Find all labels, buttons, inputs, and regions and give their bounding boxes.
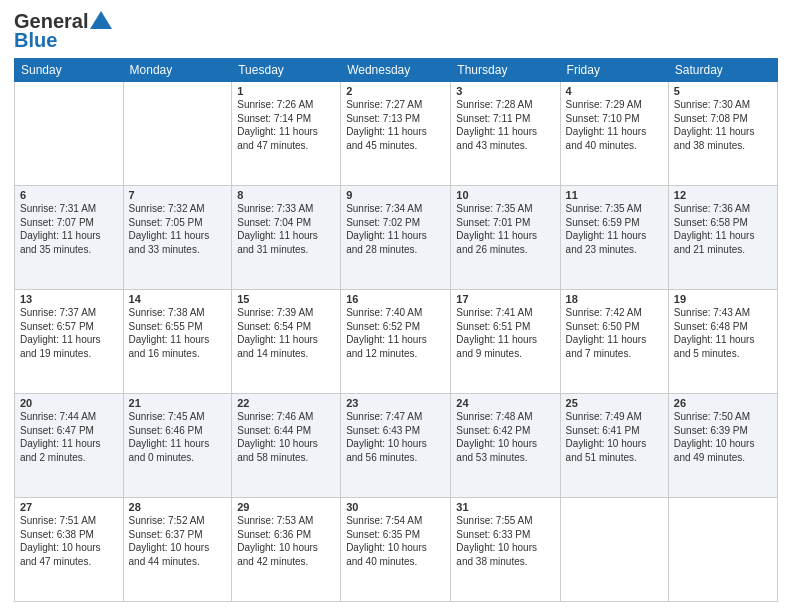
day-info: Sunrise: 7:34 AM Sunset: 7:02 PM Dayligh…	[346, 202, 445, 256]
day-info: Sunrise: 7:49 AM Sunset: 6:41 PM Dayligh…	[566, 410, 663, 464]
day-number: 15	[237, 293, 335, 305]
logo-blue-text: Blue	[14, 29, 57, 52]
calendar-cell: 12Sunrise: 7:36 AM Sunset: 6:58 PM Dayli…	[668, 186, 777, 290]
calendar-cell	[560, 498, 668, 602]
calendar-cell: 21Sunrise: 7:45 AM Sunset: 6:46 PM Dayli…	[123, 394, 232, 498]
calendar-cell: 1Sunrise: 7:26 AM Sunset: 7:14 PM Daylig…	[232, 82, 341, 186]
day-number: 7	[129, 189, 227, 201]
day-info: Sunrise: 7:51 AM Sunset: 6:38 PM Dayligh…	[20, 514, 118, 568]
day-info: Sunrise: 7:28 AM Sunset: 7:11 PM Dayligh…	[456, 98, 554, 152]
calendar-cell	[123, 82, 232, 186]
calendar-cell: 20Sunrise: 7:44 AM Sunset: 6:47 PM Dayli…	[15, 394, 124, 498]
calendar-cell: 25Sunrise: 7:49 AM Sunset: 6:41 PM Dayli…	[560, 394, 668, 498]
day-number: 17	[456, 293, 554, 305]
day-number: 27	[20, 501, 118, 513]
day-info: Sunrise: 7:33 AM Sunset: 7:04 PM Dayligh…	[237, 202, 335, 256]
calendar-cell	[15, 82, 124, 186]
day-number: 12	[674, 189, 772, 201]
day-info: Sunrise: 7:44 AM Sunset: 6:47 PM Dayligh…	[20, 410, 118, 464]
logo-icon	[90, 11, 112, 29]
day-number: 28	[129, 501, 227, 513]
day-info: Sunrise: 7:41 AM Sunset: 6:51 PM Dayligh…	[456, 306, 554, 360]
logo: General Blue	[14, 10, 112, 52]
calendar-cell: 5Sunrise: 7:30 AM Sunset: 7:08 PM Daylig…	[668, 82, 777, 186]
day-number: 20	[20, 397, 118, 409]
day-number: 10	[456, 189, 554, 201]
day-info: Sunrise: 7:47 AM Sunset: 6:43 PM Dayligh…	[346, 410, 445, 464]
day-number: 3	[456, 85, 554, 97]
day-info: Sunrise: 7:37 AM Sunset: 6:57 PM Dayligh…	[20, 306, 118, 360]
day-info: Sunrise: 7:40 AM Sunset: 6:52 PM Dayligh…	[346, 306, 445, 360]
calendar-cell: 18Sunrise: 7:42 AM Sunset: 6:50 PM Dayli…	[560, 290, 668, 394]
calendar-cell: 8Sunrise: 7:33 AM Sunset: 7:04 PM Daylig…	[232, 186, 341, 290]
day-info: Sunrise: 7:30 AM Sunset: 7:08 PM Dayligh…	[674, 98, 772, 152]
calendar-cell: 30Sunrise: 7:54 AM Sunset: 6:35 PM Dayli…	[341, 498, 451, 602]
calendar-cell: 4Sunrise: 7:29 AM Sunset: 7:10 PM Daylig…	[560, 82, 668, 186]
day-info: Sunrise: 7:52 AM Sunset: 6:37 PM Dayligh…	[129, 514, 227, 568]
calendar-cell: 15Sunrise: 7:39 AM Sunset: 6:54 PM Dayli…	[232, 290, 341, 394]
day-number: 22	[237, 397, 335, 409]
day-number: 13	[20, 293, 118, 305]
week-row-3: 20Sunrise: 7:44 AM Sunset: 6:47 PM Dayli…	[15, 394, 778, 498]
day-info: Sunrise: 7:35 AM Sunset: 7:01 PM Dayligh…	[456, 202, 554, 256]
weekday-header-sunday: Sunday	[15, 59, 124, 82]
weekday-header-thursday: Thursday	[451, 59, 560, 82]
day-number: 29	[237, 501, 335, 513]
weekday-header-tuesday: Tuesday	[232, 59, 341, 82]
calendar-cell: 14Sunrise: 7:38 AM Sunset: 6:55 PM Dayli…	[123, 290, 232, 394]
calendar-cell: 23Sunrise: 7:47 AM Sunset: 6:43 PM Dayli…	[341, 394, 451, 498]
day-info: Sunrise: 7:32 AM Sunset: 7:05 PM Dayligh…	[129, 202, 227, 256]
calendar-cell: 7Sunrise: 7:32 AM Sunset: 7:05 PM Daylig…	[123, 186, 232, 290]
day-number: 11	[566, 189, 663, 201]
day-info: Sunrise: 7:26 AM Sunset: 7:14 PM Dayligh…	[237, 98, 335, 152]
day-number: 14	[129, 293, 227, 305]
day-info: Sunrise: 7:38 AM Sunset: 6:55 PM Dayligh…	[129, 306, 227, 360]
header: General Blue	[14, 10, 778, 52]
calendar-cell: 24Sunrise: 7:48 AM Sunset: 6:42 PM Dayli…	[451, 394, 560, 498]
weekday-header-saturday: Saturday	[668, 59, 777, 82]
calendar-cell: 22Sunrise: 7:46 AM Sunset: 6:44 PM Dayli…	[232, 394, 341, 498]
day-number: 18	[566, 293, 663, 305]
page: General Blue SundayMondayTuesdayWednesda…	[0, 0, 792, 612]
calendar-cell: 26Sunrise: 7:50 AM Sunset: 6:39 PM Dayli…	[668, 394, 777, 498]
day-info: Sunrise: 7:43 AM Sunset: 6:48 PM Dayligh…	[674, 306, 772, 360]
calendar-cell: 10Sunrise: 7:35 AM Sunset: 7:01 PM Dayli…	[451, 186, 560, 290]
weekday-header-monday: Monday	[123, 59, 232, 82]
day-number: 30	[346, 501, 445, 513]
weekday-header-friday: Friday	[560, 59, 668, 82]
day-info: Sunrise: 7:46 AM Sunset: 6:44 PM Dayligh…	[237, 410, 335, 464]
week-row-0: 1Sunrise: 7:26 AM Sunset: 7:14 PM Daylig…	[15, 82, 778, 186]
week-row-4: 27Sunrise: 7:51 AM Sunset: 6:38 PM Dayli…	[15, 498, 778, 602]
weekday-header-row: SundayMondayTuesdayWednesdayThursdayFrid…	[15, 59, 778, 82]
day-info: Sunrise: 7:42 AM Sunset: 6:50 PM Dayligh…	[566, 306, 663, 360]
day-number: 5	[674, 85, 772, 97]
day-number: 9	[346, 189, 445, 201]
day-info: Sunrise: 7:55 AM Sunset: 6:33 PM Dayligh…	[456, 514, 554, 568]
calendar-cell: 28Sunrise: 7:52 AM Sunset: 6:37 PM Dayli…	[123, 498, 232, 602]
week-row-2: 13Sunrise: 7:37 AM Sunset: 6:57 PM Dayli…	[15, 290, 778, 394]
day-info: Sunrise: 7:27 AM Sunset: 7:13 PM Dayligh…	[346, 98, 445, 152]
day-info: Sunrise: 7:36 AM Sunset: 6:58 PM Dayligh…	[674, 202, 772, 256]
calendar-cell: 19Sunrise: 7:43 AM Sunset: 6:48 PM Dayli…	[668, 290, 777, 394]
calendar-cell: 29Sunrise: 7:53 AM Sunset: 6:36 PM Dayli…	[232, 498, 341, 602]
day-info: Sunrise: 7:48 AM Sunset: 6:42 PM Dayligh…	[456, 410, 554, 464]
calendar-cell: 31Sunrise: 7:55 AM Sunset: 6:33 PM Dayli…	[451, 498, 560, 602]
calendar-cell: 2Sunrise: 7:27 AM Sunset: 7:13 PM Daylig…	[341, 82, 451, 186]
day-info: Sunrise: 7:31 AM Sunset: 7:07 PM Dayligh…	[20, 202, 118, 256]
calendar-cell: 17Sunrise: 7:41 AM Sunset: 6:51 PM Dayli…	[451, 290, 560, 394]
calendar-cell: 9Sunrise: 7:34 AM Sunset: 7:02 PM Daylig…	[341, 186, 451, 290]
day-number: 19	[674, 293, 772, 305]
calendar-cell: 13Sunrise: 7:37 AM Sunset: 6:57 PM Dayli…	[15, 290, 124, 394]
day-number: 26	[674, 397, 772, 409]
day-number: 25	[566, 397, 663, 409]
calendar-table: SundayMondayTuesdayWednesdayThursdayFrid…	[14, 58, 778, 602]
day-info: Sunrise: 7:35 AM Sunset: 6:59 PM Dayligh…	[566, 202, 663, 256]
day-info: Sunrise: 7:39 AM Sunset: 6:54 PM Dayligh…	[237, 306, 335, 360]
calendar-cell: 6Sunrise: 7:31 AM Sunset: 7:07 PM Daylig…	[15, 186, 124, 290]
day-info: Sunrise: 7:53 AM Sunset: 6:36 PM Dayligh…	[237, 514, 335, 568]
day-number: 31	[456, 501, 554, 513]
day-info: Sunrise: 7:45 AM Sunset: 6:46 PM Dayligh…	[129, 410, 227, 464]
weekday-header-wednesday: Wednesday	[341, 59, 451, 82]
day-info: Sunrise: 7:54 AM Sunset: 6:35 PM Dayligh…	[346, 514, 445, 568]
week-row-1: 6Sunrise: 7:31 AM Sunset: 7:07 PM Daylig…	[15, 186, 778, 290]
